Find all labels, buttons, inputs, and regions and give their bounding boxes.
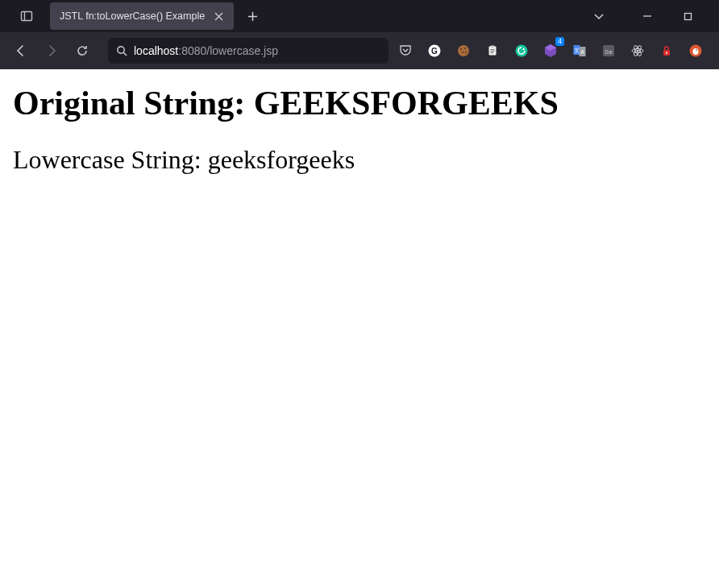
svg-point-12 [465, 52, 467, 53]
svg-point-18 [516, 45, 528, 57]
grammarly-green-icon[interactable] [509, 39, 534, 63]
minimize-button[interactable] [635, 4, 659, 28]
page-heading-lowercase: Lowercase String: geeksforgeeks [13, 145, 706, 175]
svg-text:A: A [580, 49, 584, 55]
cookie-icon[interactable] [451, 39, 476, 63]
svg-point-10 [464, 48, 466, 49]
svg-rect-0 [22, 12, 32, 21]
browser-tab-active[interactable]: JSTL fn:toLowerCase() Example [50, 2, 234, 30]
svg-rect-32 [666, 52, 667, 55]
svg-rect-3 [684, 13, 691, 19]
svg-point-11 [462, 52, 463, 53]
svg-point-34 [693, 48, 699, 55]
sublime-icon[interactable]: 4 [538, 39, 563, 63]
svg-point-9 [460, 48, 462, 50]
url-text: localhost:8080/lowercase.jsp [134, 44, 278, 57]
duckduckgo-icon[interactable] [684, 39, 708, 63]
svg-text:G: G [431, 47, 438, 56]
sidebar-toggle-button[interactable] [13, 4, 40, 28]
new-tab-button[interactable] [240, 4, 264, 28]
translate-icon[interactable]: 文A [567, 39, 592, 63]
svg-point-35 [696, 49, 697, 51]
nav-toolbar: localhost:8080/lowercase.jsp G 4 文A Se [0, 32, 719, 69]
grammarly-icon[interactable]: G [422, 39, 447, 63]
url-port: :8080 [178, 44, 206, 57]
svg-line-5 [123, 52, 127, 56]
search-icon [116, 45, 127, 56]
page-content: Original String: GEEKSFORGEEKS Lowercase… [0, 69, 719, 588]
badge-count: 4 [555, 37, 564, 46]
address-bar[interactable]: localhost:8080/lowercase.jsp [108, 38, 389, 64]
svg-text:Se: Se [605, 48, 613, 56]
svg-point-4 [118, 47, 124, 53]
page-heading-original: Original String: GEEKSFORGEEKS [13, 84, 706, 122]
reload-button[interactable] [69, 38, 95, 64]
svg-text:文: 文 [574, 48, 580, 53]
list-all-tabs-button[interactable] [587, 4, 611, 28]
forward-button[interactable] [39, 38, 64, 64]
https-lock-icon[interactable] [655, 39, 679, 63]
tab-title: JSTL fn:toLowerCase() Example [60, 10, 205, 22]
url-path: /lowercase.jsp [206, 44, 278, 57]
react-devtools-icon[interactable] [625, 39, 650, 63]
svg-rect-14 [491, 46, 495, 48]
back-button[interactable] [8, 38, 34, 64]
window-controls [635, 4, 716, 28]
tab-close-button[interactable] [211, 9, 226, 23]
titlebar: JSTL fn:toLowerCase() Example [0, 0, 719, 32]
svg-point-8 [458, 45, 469, 56]
selenium-icon[interactable]: Se [596, 39, 621, 63]
pocket-icon[interactable] [393, 39, 418, 63]
svg-point-27 [637, 50, 639, 52]
url-host: localhost [134, 44, 178, 57]
clipboard-icon[interactable] [480, 39, 505, 63]
maximize-button[interactable] [675, 4, 700, 28]
toolbar-right: G 4 文A Se [393, 39, 711, 63]
